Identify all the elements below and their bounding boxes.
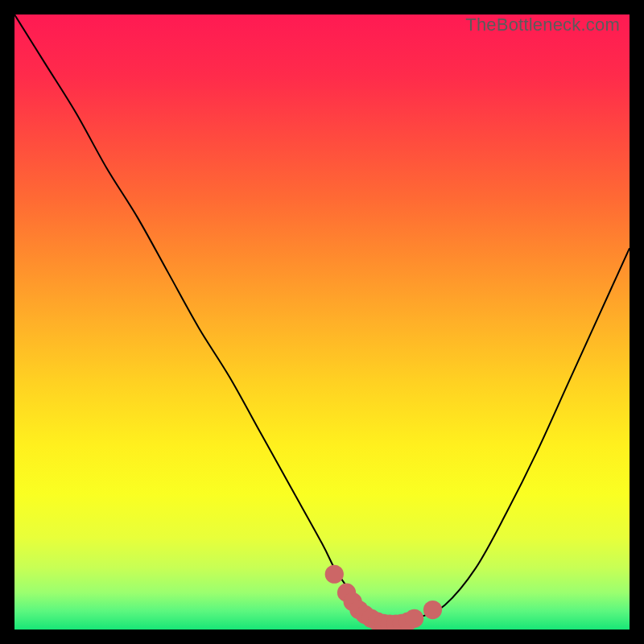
curve-markers: [325, 565, 442, 630]
curve-layer: [14, 14, 630, 630]
plot-area: [14, 14, 630, 630]
curve-marker: [423, 601, 442, 619]
watermark-text: TheBottleneck.com: [465, 14, 620, 35]
chart-stage: TheBottleneck.com: [0, 0, 644, 644]
bottleneck-curve: [14, 14, 630, 624]
curve-marker: [405, 609, 423, 628]
curve-marker: [325, 565, 344, 584]
